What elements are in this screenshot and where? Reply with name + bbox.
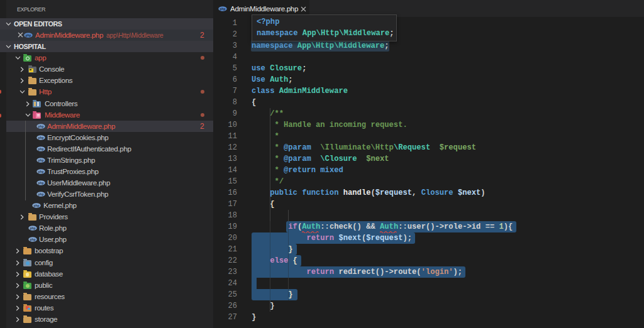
svg-text:php: php: [38, 170, 43, 173]
svg-text:php: php: [33, 204, 39, 207]
svg-text:php: php: [219, 7, 225, 11]
svg-text:php: php: [38, 181, 43, 185]
svg-text:php: php: [38, 158, 43, 162]
svg-text:php: php: [25, 33, 31, 37]
svg-text:php: php: [30, 238, 35, 241]
svg-text:php: php: [38, 192, 43, 196]
svg-text:php: php: [30, 226, 35, 230]
svg-text:php: php: [38, 136, 43, 139]
svg-text:php: php: [38, 124, 43, 128]
svg-text:php: php: [38, 147, 43, 151]
